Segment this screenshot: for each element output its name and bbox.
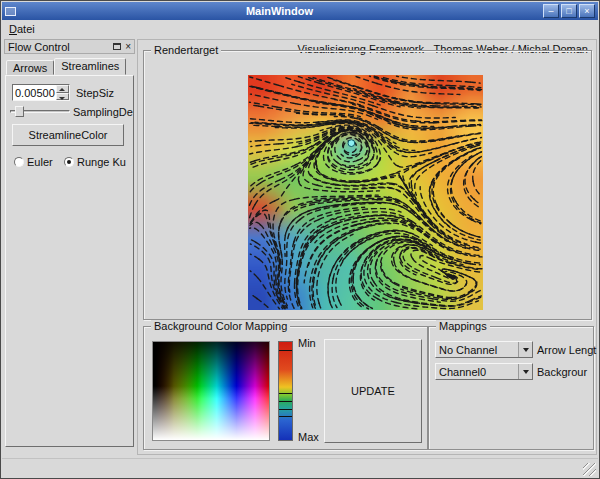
menu-datei-rest: atei xyxy=(17,23,35,35)
background-channel-combo[interactable]: Channel0 xyxy=(435,363,533,380)
window-title: MainWindow xyxy=(16,5,543,17)
tab-streamlines[interactable]: Streamlines xyxy=(54,58,126,75)
chevron-down-icon[interactable] xyxy=(518,364,532,379)
app-window: { "window": { "title": "MainWindow" }, "… xyxy=(0,0,600,479)
dock-tabbar: ArrowsStreamlines xyxy=(6,58,126,75)
dock-float-icon[interactable] xyxy=(113,43,121,50)
background-label: Backgrour xyxy=(537,366,587,378)
mappings-group: Mappings No Channel Arrow Lengt Channel0… xyxy=(428,326,594,450)
window-controls: – □ × xyxy=(543,4,595,18)
dock-title: Flow Control xyxy=(8,41,70,53)
colorbar xyxy=(278,341,293,441)
colorbar-tick xyxy=(279,409,292,410)
spin-buttons xyxy=(56,85,69,100)
stepsize-label: StepSiz xyxy=(76,87,114,99)
radio-runge-label: Runge Ku xyxy=(77,156,126,168)
titlebar[interactable]: MainWindow – □ × xyxy=(2,2,598,20)
radio-row-runge-kutta: Runge Ku xyxy=(64,156,126,168)
update-button[interactable]: UPDATE xyxy=(324,339,422,443)
chevron-down-icon[interactable] xyxy=(518,342,532,357)
arrow-length-combo-value: No Channel xyxy=(436,344,518,356)
arrow-length-combo[interactable]: No Channel xyxy=(435,341,533,358)
color-map-square[interactable] xyxy=(152,341,270,441)
minimize-icon[interactable]: – xyxy=(543,4,559,18)
maximize-icon[interactable]: □ xyxy=(561,4,577,18)
background-color-mapping-title: Background Color Mapping xyxy=(151,320,290,332)
tab-arrows[interactable]: Arrows xyxy=(6,60,54,75)
colorbar-tick xyxy=(279,401,292,402)
arrow-length-label: Arrow Lengt xyxy=(537,344,596,356)
mappings-title: Mappings xyxy=(436,320,490,332)
central-panel: Visualisierung Framework - Thomas Weber … xyxy=(137,39,597,455)
resize-grip[interactable] xyxy=(583,463,596,476)
colorbar-tick xyxy=(279,393,292,394)
flow-visualization-canvas[interactable] xyxy=(248,75,483,310)
menu-datei-accel: D xyxy=(9,23,17,35)
statusbar xyxy=(2,458,598,478)
streamline-color-button[interactable]: StreamlineColor xyxy=(12,124,124,146)
dock-controls: × xyxy=(113,43,131,51)
colorbar-max-label: Max xyxy=(298,431,319,443)
window-icon xyxy=(5,7,16,16)
background-channel-combo-value: Channel0 xyxy=(436,366,518,378)
radio-runge-kutta[interactable] xyxy=(64,157,74,167)
sampling-label: SamplingDe xyxy=(73,106,133,118)
colorbar-tick xyxy=(279,350,292,351)
colorbar-tick xyxy=(279,416,292,417)
rendertarget-title: Rendertarget xyxy=(151,44,221,56)
dock-titlebar[interactable]: Flow Control × xyxy=(4,39,135,54)
radio-euler[interactable] xyxy=(14,157,24,167)
colorbar-min-label: Min xyxy=(298,337,316,349)
menubar: Datei xyxy=(2,20,598,38)
sampling-slider[interactable] xyxy=(10,105,70,118)
rendertarget-group: Rendertarget xyxy=(143,50,592,320)
spin-down-icon[interactable] xyxy=(56,93,69,101)
close-icon[interactable]: × xyxy=(579,4,595,18)
spin-up-icon[interactable] xyxy=(56,85,69,93)
dock-close-icon[interactable]: × xyxy=(125,43,131,51)
radio-euler-label: Euler xyxy=(27,156,53,168)
background-color-mapping-group: Background Color Mapping Min Max UPDATE xyxy=(143,326,428,450)
radio-row-euler: Euler xyxy=(14,156,53,168)
stepsize-spinbox[interactable]: 0.00500 xyxy=(12,84,70,101)
slider-handle[interactable] xyxy=(15,106,24,117)
stepsize-value: 0.00500 xyxy=(13,85,56,100)
menu-datei[interactable]: Datei xyxy=(2,21,42,37)
flow-control-dock: Flow Control × ArrowsStreamlines 0.00500… xyxy=(4,39,135,453)
streamlines-tab-panel: 0.00500 StepSiz SamplingDe StreamlineCol… xyxy=(5,75,134,447)
